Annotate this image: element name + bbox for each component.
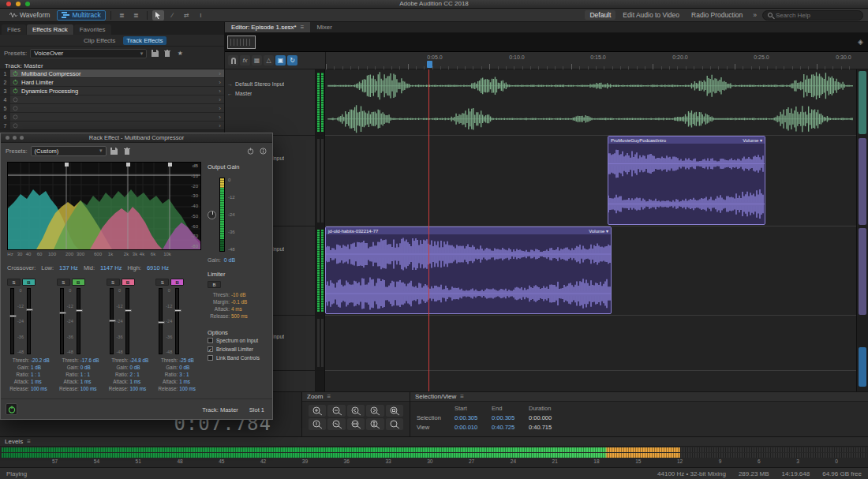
band-release-value[interactable]: 100 ms: [130, 386, 147, 391]
favorite-star-icon[interactable]: ★: [175, 49, 185, 58]
effect-slot-empty[interactable]: 5 ›: [0, 104, 224, 113]
save-preset-icon[interactable]: [150, 49, 159, 58]
workspace-radio-production-button[interactable]: Radio Production: [687, 10, 747, 20]
delete-preset-icon[interactable]: [122, 146, 132, 155]
move-tool-icon[interactable]: [152, 10, 164, 21]
threshold-slider[interactable]: [159, 288, 163, 354]
metronome-icon[interactable]: △: [264, 55, 274, 65]
scrollbar-track1-segment[interactable]: [859, 71, 866, 134]
band-gain-value[interactable]: 0 dB: [130, 365, 140, 370]
scrollbar-track2-segment[interactable]: [859, 138, 866, 225]
effect-power-icon[interactable]: [10, 70, 20, 77]
track-effects-tab[interactable]: Track Effects: [123, 36, 166, 45]
navigator-view-box[interactable]: [227, 36, 256, 49]
gain-slider[interactable]: [27, 288, 31, 354]
output-gain-knob[interactable]: [208, 211, 216, 219]
rack-effect-dialog[interactable]: Rack Effect - Multiband Compressor Prese…: [0, 133, 273, 420]
zoom-in-horizontal-button[interactable]: [309, 405, 326, 417]
scrollbar-track4-segment[interactable]: [859, 347, 866, 387]
view-end-value[interactable]: 0:40.725: [492, 424, 529, 431]
playhead-line[interactable]: [428, 69, 429, 391]
dialog-zoom-button[interactable]: [20, 136, 24, 140]
crossover-high-value[interactable]: 6910 Hz: [147, 264, 169, 271]
info-icon[interactable]: [258, 146, 268, 155]
track1-header[interactable]: → Default Stereo Input ← Master: [225, 69, 315, 136]
snap-icon[interactable]: [228, 55, 238, 65]
effect-slot[interactable]: 1 Multiband Compressor ›: [0, 69, 224, 78]
panel-menu-icon[interactable]: ≡: [460, 393, 464, 400]
workspace-edit-audio-to-video-button[interactable]: Edit Audio to Video: [618, 10, 684, 20]
gain-slider[interactable]: [77, 288, 80, 354]
tab-files[interactable]: Files: [2, 24, 26, 35]
track1-output-select[interactable]: Master: [235, 91, 252, 96]
panel-menu-icon[interactable]: ≡: [301, 22, 305, 32]
option-brickwall-limiter[interactable]: Brickwall Limiter: [208, 345, 271, 354]
band-release-value[interactable]: 100 ms: [80, 386, 97, 391]
threshold-slider[interactable]: [10, 288, 14, 354]
band-attack-value[interactable]: 1 ms: [130, 379, 141, 384]
band-solo-button[interactable]: S: [7, 279, 21, 286]
band-attack-value[interactable]: 1 ms: [179, 379, 190, 384]
selection-end-value[interactable]: 0:00.305: [492, 414, 529, 421]
track2-lane[interactable]: ProMovieGuyPodcastIntro Volume ▾: [325, 136, 856, 226]
threshold-slider[interactable]: [60, 288, 64, 354]
output-gain-value[interactable]: 0 dB: [224, 257, 235, 263]
mixer-tab[interactable]: Mixer: [310, 22, 339, 32]
zoom-out-vertical-button[interactable]: [327, 418, 345, 430]
band-ratio-value[interactable]: 1 : 1: [80, 372, 90, 377]
gain-slider[interactable]: [175, 288, 179, 354]
band-thresh-value[interactable]: -24.8 dB: [130, 357, 149, 363]
band-solo-button[interactable]: S: [155, 279, 169, 286]
checkbox-icon[interactable]: [208, 338, 213, 343]
limiter-bypass-button[interactable]: B: [208, 281, 221, 288]
threshold-slider[interactable]: [110, 288, 114, 354]
band-solo-button[interactable]: S: [57, 279, 70, 286]
view-start-value[interactable]: 0:00.010: [455, 424, 492, 431]
editor-session-tab[interactable]: Editor: Episode 1.sesx* ≡: [225, 22, 310, 32]
band-bypass-button[interactable]: B: [170, 279, 184, 286]
zoom-in-vertical-button[interactable]: [309, 418, 326, 430]
loop-playback-icon[interactable]: ↻: [287, 55, 297, 65]
band-ratio-value[interactable]: 1 : 1: [31, 372, 40, 377]
track1-lane[interactable]: [325, 69, 856, 136]
video-panel-icon[interactable]: ▣: [275, 55, 286, 65]
effect-slot[interactable]: 2 Hard Limiter ›: [0, 78, 224, 87]
clip-effects-tab[interactable]: Clip Effects: [80, 36, 118, 45]
timeline-ruler[interactable]: 0:05.0 0:10.0 0:15.0 0:20.0 0:25.0 0:30.…: [325, 52, 856, 69]
band-solo-button[interactable]: S: [107, 279, 120, 286]
effect-slot[interactable]: 3 Dynamics Processing ›: [0, 87, 224, 95]
track4-lane[interactable]: [325, 316, 856, 371]
multiband-graph[interactable]: dB-10-20-30-40-50-60-70-80: [7, 162, 201, 250]
checkbox-icon[interactable]: [208, 346, 213, 352]
limiter-margin-value[interactable]: -0.1 dB: [231, 299, 247, 305]
band-gain-value[interactable]: 1 dB: [31, 365, 41, 370]
effect-slot-empty[interactable]: 7 ›: [0, 122, 224, 130]
band-thresh-value[interactable]: -17.6 dB: [80, 357, 99, 363]
workspace-default-button[interactable]: Default: [585, 10, 615, 20]
rack-preset-select[interactable]: (Custom) ▾: [31, 146, 107, 156]
zoom-full-horizontal-button[interactable]: [347, 418, 365, 430]
delete-preset-icon[interactable]: [163, 49, 172, 58]
grid-view-icon[interactable]: ▦: [252, 55, 262, 65]
effect-power-icon[interactable]: [10, 79, 20, 85]
band-attack-value[interactable]: 1 ms: [80, 379, 92, 384]
search-help-box[interactable]: [762, 10, 863, 21]
effect-power-icon[interactable]: [10, 88, 20, 94]
option-link-band-controls[interactable]: Link Band Controls: [208, 354, 271, 362]
band-gain-value[interactable]: 0 dB: [179, 365, 189, 370]
band-gain-value[interactable]: 0 dB: [80, 365, 91, 370]
selection-start-value[interactable]: 0:00.305: [455, 414, 492, 421]
effects-icon[interactable]: fx: [240, 55, 250, 65]
zoom-in-left-edge-button[interactable]: [347, 405, 365, 417]
clip-volume-control[interactable]: Volume ▾: [589, 228, 608, 234]
crossover-low-value[interactable]: 137 Hz: [59, 264, 78, 271]
dialog-close-button[interactable]: [6, 136, 9, 140]
band-release-value[interactable]: 100 ms: [31, 386, 47, 391]
crossover-mid-value[interactable]: 1147 Hz: [100, 264, 122, 271]
clip-volume-control[interactable]: Volume ▾: [743, 137, 762, 143]
panel-menu-icon[interactable]: ≡: [327, 393, 331, 400]
playhead-handle[interactable]: [427, 61, 432, 68]
band-thresh-value[interactable]: -20.2 dB: [31, 357, 50, 363]
option-spectrum-on-input[interactable]: Spectrum on Input: [208, 336, 271, 345]
zoom-selection-button[interactable]: [386, 405, 403, 417]
